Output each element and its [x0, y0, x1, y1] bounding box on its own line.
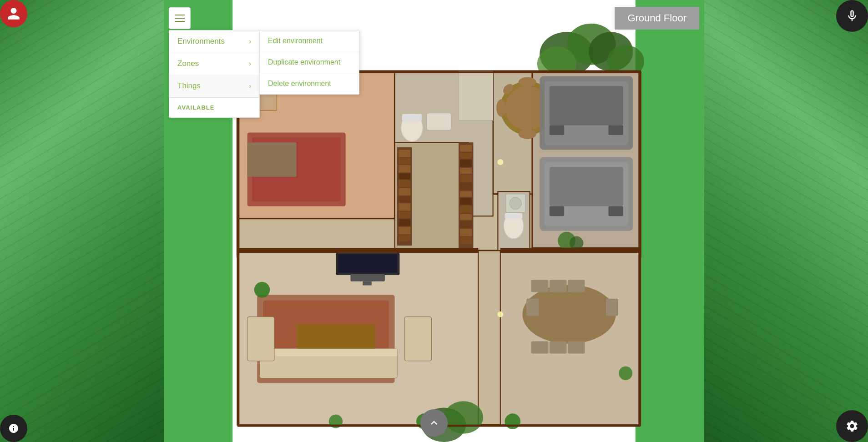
- svg-rect-52: [460, 206, 472, 213]
- svg-rect-55: [460, 229, 472, 236]
- submenu-edit-label: Edit environment: [268, 37, 323, 45]
- submenu-duplicate-environment[interactable]: Duplicate environment: [260, 52, 359, 73]
- svg-rect-41: [399, 227, 410, 234]
- svg-point-80: [254, 282, 270, 298]
- svg-rect-49: [460, 183, 472, 190]
- svg-rect-92: [606, 299, 618, 316]
- svg-rect-97: [550, 86, 623, 125]
- svg-rect-85: [531, 280, 549, 292]
- svg-rect-38: [399, 203, 410, 211]
- svg-rect-48: [460, 175, 472, 181]
- svg-rect-125: [237, 248, 478, 253]
- svg-rect-36: [399, 188, 410, 196]
- info-button[interactable]: [0, 415, 27, 442]
- svg-rect-46: [460, 160, 472, 167]
- submenu-edit-environment[interactable]: Edit environment: [260, 30, 359, 52]
- menu-item-zones[interactable]: Zones ›: [169, 53, 259, 75]
- menu-item-zones-label: Zones: [177, 59, 199, 68]
- svg-rect-87: [568, 280, 585, 292]
- svg-rect-119: [350, 274, 385, 281]
- svg-rect-76: [260, 349, 397, 356]
- svg-rect-32: [399, 158, 410, 164]
- chevron-right-icon-2: ›: [249, 60, 251, 67]
- svg-rect-35: [399, 180, 410, 187]
- up-arrow-button[interactable]: [420, 409, 448, 437]
- svg-rect-26: [402, 114, 422, 121]
- bg-leaf-left: [0, 0, 164, 442]
- svg-point-19: [519, 129, 536, 139]
- chevron-right-icon-3: ›: [249, 82, 251, 90]
- svg-rect-91: [526, 299, 539, 316]
- svg-rect-90: [568, 342, 585, 354]
- svg-rect-103: [550, 206, 564, 216]
- hamburger-line-2: [175, 18, 185, 19]
- svg-rect-79: [297, 324, 375, 349]
- svg-rect-27: [427, 113, 451, 130]
- svg-rect-33: [399, 165, 410, 172]
- svg-rect-53: [460, 214, 472, 220]
- svg-point-20: [496, 99, 506, 117]
- hamburger-line-1: [175, 15, 185, 15]
- svg-rect-88: [531, 342, 549, 354]
- top-bar: Environments › Zones › Things › AVAILABL…: [161, 0, 707, 36]
- svg-rect-89: [550, 342, 567, 354]
- svg-rect-45: [460, 153, 472, 159]
- svg-rect-28: [459, 71, 493, 121]
- svg-rect-126: [500, 248, 641, 253]
- menu-item-environments[interactable]: Environments ›: [169, 30, 259, 53]
- svg-point-94: [619, 367, 632, 380]
- menu-item-available-label: AVAILABLE: [177, 104, 214, 111]
- menu-item-environments-label: Environments: [177, 37, 225, 46]
- svg-point-93: [505, 413, 521, 429]
- svg-rect-37: [399, 196, 410, 202]
- svg-rect-31: [399, 150, 410, 157]
- mic-button[interactable]: [836, 0, 868, 32]
- svg-rect-47: [460, 168, 472, 174]
- svg-rect-40: [399, 219, 410, 226]
- submenu-delete-label: Delete environment: [268, 80, 331, 87]
- menu-item-available[interactable]: AVAILABLE: [169, 97, 259, 117]
- svg-point-106: [444, 401, 483, 433]
- svg-rect-86: [550, 280, 567, 292]
- svg-rect-114: [505, 213, 523, 219]
- svg-rect-34: [399, 173, 410, 179]
- svg-point-108: [570, 236, 583, 250]
- menu-item-things-label: Things: [177, 81, 201, 90]
- svg-rect-56: [460, 237, 472, 244]
- menu-item-things[interactable]: Things ›: [169, 75, 259, 97]
- svg-rect-77: [247, 317, 274, 361]
- hamburger-button[interactable]: [169, 7, 191, 29]
- submenu-environments: Edit environment Duplicate environment D…: [259, 30, 359, 95]
- svg-point-18: [519, 77, 536, 87]
- ground-floor-button[interactable]: Ground Floor: [615, 7, 699, 30]
- svg-rect-104: [608, 206, 623, 216]
- svg-rect-120: [363, 281, 371, 286]
- submenu-duplicate-label: Duplicate environment: [268, 58, 340, 66]
- svg-rect-51: [460, 198, 472, 205]
- svg-rect-118: [338, 254, 397, 272]
- menu-wrapper: Environments › Zones › Things › AVAILABL…: [169, 7, 191, 29]
- svg-rect-78: [404, 317, 431, 361]
- settings-button[interactable]: [836, 410, 868, 442]
- hamburger-line-3: [175, 21, 185, 22]
- svg-rect-54: [460, 221, 472, 228]
- svg-rect-98: [550, 125, 564, 135]
- floor-plan-container: STAIRS UP: [161, 0, 707, 442]
- user-avatar[interactable]: [0, 0, 27, 27]
- svg-rect-39: [399, 211, 410, 218]
- svg-point-111: [497, 311, 503, 317]
- svg-rect-99: [608, 125, 623, 135]
- dropdown-menu: Environments › Zones › Things › AVAILABL…: [169, 30, 260, 118]
- svg-rect-42: [399, 235, 410, 241]
- svg-rect-12: [247, 142, 297, 177]
- chevron-right-icon: ›: [249, 38, 251, 45]
- bg-leaf-right: [704, 0, 868, 442]
- svg-point-116: [510, 197, 521, 209]
- svg-rect-44: [460, 145, 472, 152]
- svg-rect-102: [550, 167, 623, 206]
- svg-point-109: [497, 159, 503, 165]
- svg-rect-50: [460, 191, 472, 197]
- submenu-delete-environment[interactable]: Delete environment: [260, 73, 359, 94]
